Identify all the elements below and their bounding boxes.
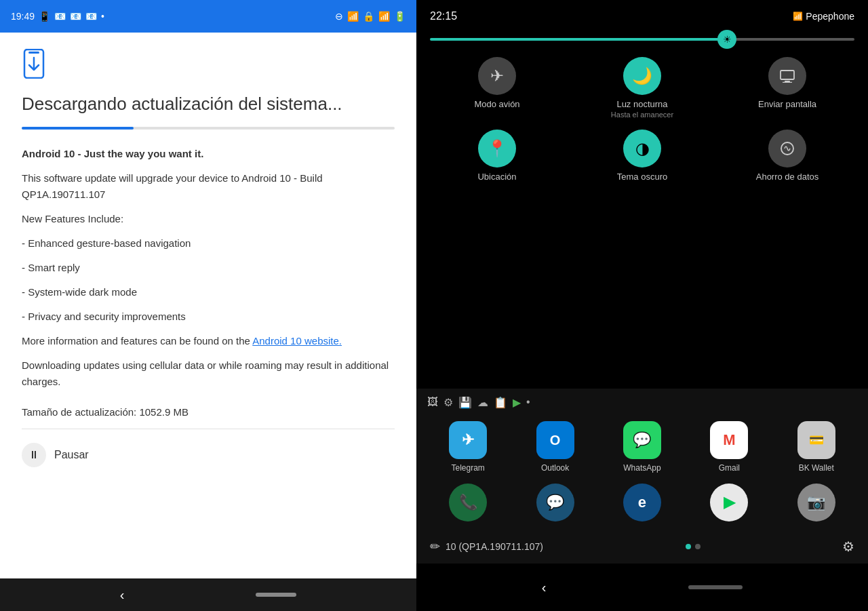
brightness-thumb[interactable] — [717, 30, 736, 49]
camera-icon: 📷 — [797, 484, 835, 521]
left-status-bar: 19:49 📱 📧 📧 📧 • ⊖ 📶 🔒 📶 🔋 — [0, 0, 416, 33]
version-text: 10 (QP1A.190711.107) — [446, 541, 543, 552]
left-home-pill[interactable] — [256, 593, 296, 597]
body1: This software update will upgrade your d… — [22, 170, 395, 203]
pause-row: ⏸ Pausar — [22, 437, 395, 473]
left-lock-icon: 🔒 — [363, 11, 374, 22]
play-icon: ▶ — [710, 484, 748, 521]
pause-label: Pausar — [54, 449, 89, 461]
qs-tile-darktheme[interactable]: ◑ Tema oscuro — [575, 130, 709, 182]
edit-icon: ✏ — [430, 539, 440, 554]
gmail-icon: M — [710, 421, 748, 459]
outlook-icon: O — [536, 421, 574, 459]
nightlight-label: Luz nocturna — [616, 99, 667, 109]
qs-tile-cast[interactable]: Enviar pantalla — [720, 57, 854, 119]
qs-tile-location[interactable]: 📍 Ubicación — [430, 130, 564, 182]
right-panel: 22:15 📶 Pepephone ✈ Modo avión 🌙 Luz noc… — [416, 0, 868, 611]
app-outlook[interactable]: O Outlook — [536, 421, 574, 473]
notif-icon2: ⚙ — [443, 396, 453, 409]
brightness-slider[interactable] — [430, 38, 854, 41]
progress-bar-container — [22, 127, 395, 130]
airplane-label: Modo avión — [474, 99, 519, 109]
right-time: 22:15 — [430, 10, 457, 22]
nightlight-sublabel: Hasta el amanecer — [611, 111, 673, 119]
left-battery-icon: 🔋 — [394, 11, 406, 22]
phone-icon: 📞 — [449, 484, 487, 521]
notif-icon6: ▶ — [513, 396, 521, 409]
notif-icon3: 💾 — [458, 396, 472, 409]
divider — [22, 429, 395, 429]
gmail-label: Gmail — [719, 463, 740, 473]
cast-icon — [768, 57, 806, 95]
quick-settings-grid: ✈ Modo avión 🌙 Luz nocturna Hasta el ama… — [416, 52, 868, 195]
left-time: 19:49 — [11, 11, 35, 22]
app-bkwallet[interactable]: 💳 BK Wallet — [797, 421, 835, 473]
app-phone[interactable]: 📞 — [449, 484, 487, 521]
left-signal-icon: 📶 — [378, 11, 390, 22]
app-telegram[interactable]: ✈ Telegram — [449, 421, 487, 473]
nightlight-icon: 🌙 — [623, 57, 661, 95]
carrier-name: Pepephone — [806, 11, 854, 22]
app-edge[interactable]: e — [623, 484, 661, 521]
location-icon: 📍 — [478, 130, 516, 167]
whatsapp-icon: 💬 — [623, 421, 661, 459]
left-status-dot: • — [101, 11, 104, 22]
bold-title: Android 10 - Just the way you want it. — [22, 146, 395, 162]
signal-icon: 📶 — [793, 12, 803, 21]
right-back-button[interactable]: ‹ — [542, 580, 547, 595]
notif-icon1: 🖼 — [427, 396, 438, 408]
bkwallet-label: BK Wallet — [799, 463, 834, 473]
app-row-2: 📞 💬 e ▶ 📷 — [416, 478, 868, 530]
location-label: Ubicación — [477, 172, 516, 182]
app-whatsapp[interactable]: 💬 WhatsApp — [623, 421, 661, 473]
update-body: Android 10 - Just the way you want it. T… — [22, 146, 395, 390]
right-home-pill[interactable] — [688, 585, 743, 589]
pause-button[interactable]: ⏸ — [22, 443, 46, 467]
notification-bar: 🖼 ⚙ 💾 ☁ 📋 ▶ • — [416, 389, 868, 416]
right-nav-bar: ‹ — [416, 564, 868, 611]
left-wifi-icon: 📶 — [347, 11, 359, 22]
left-content: Descargando actualización del sistema...… — [0, 33, 416, 578]
whatsapp-label: WhatsApp — [623, 463, 660, 473]
android10-link[interactable]: Android 10 website. — [252, 335, 342, 347]
qs-tile-datasaver[interactable]: Ahorro de datos — [720, 130, 854, 182]
feature1: - Enhanced gesture-based navigation — [22, 235, 395, 252]
size-text: Tamaño de actualización: 1052.9 MB — [22, 406, 395, 418]
more-info: More information and features can be fou… — [22, 333, 395, 349]
notif-icon7: • — [526, 396, 530, 408]
app-camera[interactable]: 📷 — [797, 484, 835, 521]
app-play[interactable]: ▶ — [710, 484, 748, 521]
app-messages[interactable]: 💬 — [536, 484, 574, 521]
notif-icon5: 📋 — [494, 396, 507, 409]
edge-icon: e — [623, 484, 661, 521]
darktheme-label: Tema oscuro — [617, 172, 667, 182]
progress-bar-fill — [22, 127, 134, 130]
outlook-label: Outlook — [541, 463, 569, 473]
left-nav-bar: ‹ — [0, 578, 416, 611]
warning-text: Downloading updates using cellular data … — [22, 357, 395, 390]
dots-row — [686, 544, 701, 549]
qs-tile-airplane[interactable]: ✈ Modo avión — [430, 57, 564, 119]
settings-icon[interactable]: ⚙ — [842, 538, 854, 555]
telegram-icon: ✈ — [449, 421, 487, 459]
qs-tile-nightlight[interactable]: 🌙 Luz nocturna Hasta el amanecer — [575, 57, 709, 119]
feature4: - Privacy and security improvements — [22, 309, 395, 325]
feature3: - System-wide dark mode — [22, 284, 395, 300]
svg-rect-1 — [28, 52, 39, 54]
left-status-icon2: 📧 — [54, 11, 66, 22]
update-icon — [22, 49, 395, 85]
app-gmail[interactable]: M Gmail — [710, 421, 748, 473]
update-title: Descargando actualización del sistema... — [22, 93, 395, 116]
spacer — [416, 195, 868, 389]
right-status-bar: 22:15 📶 Pepephone — [416, 0, 868, 33]
feature2: - Smart reply — [22, 260, 395, 276]
datasaver-label: Ahorro de datos — [756, 172, 819, 182]
left-status-left: 19:49 📱 📧 📧 📧 • — [11, 11, 104, 22]
svg-rect-3 — [781, 71, 794, 79]
dot-active — [686, 544, 691, 549]
left-dnd-icon: ⊖ — [335, 11, 343, 22]
bottom-version-bar: ✏ 10 (QP1A.190711.107) ⚙ — [416, 530, 868, 564]
datasaver-icon — [768, 130, 806, 167]
left-back-button[interactable]: ‹ — [120, 587, 125, 603]
airplane-icon: ✈ — [478, 57, 516, 95]
